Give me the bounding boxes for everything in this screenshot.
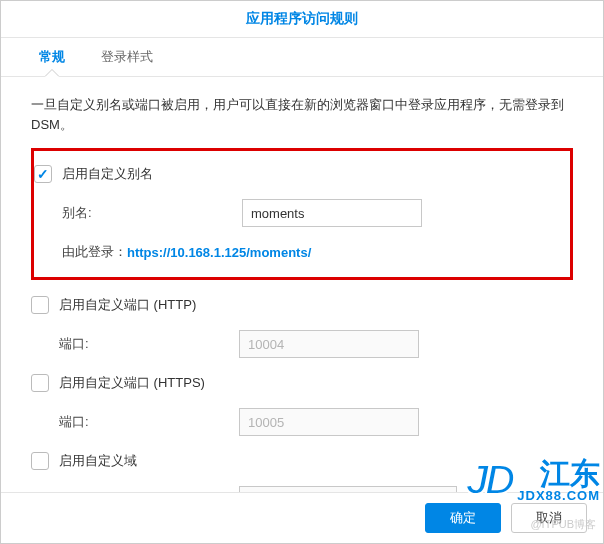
http-port-enable-label: 启用自定义端口 (HTTP) — [59, 296, 196, 314]
http-port-label: 端口: — [59, 335, 239, 353]
alias-input[interactable] — [242, 199, 422, 227]
http-port-checkbox[interactable] — [31, 296, 49, 314]
dialog-window: 应用程序访问规则 常规 登录样式 一旦自定义别名或端口被启用，用户可以直接在新的… — [0, 0, 604, 544]
highlight-box: 启用自定义别名 别名: 由此登录： https://10.168.1.125/m… — [31, 148, 573, 280]
domain-enable-label: 启用自定义域 — [59, 452, 137, 470]
cancel-button[interactable]: 取消 — [511, 503, 587, 533]
tab-login-style[interactable]: 登录样式 — [83, 38, 171, 76]
ok-button[interactable]: 确定 — [425, 503, 501, 533]
tab-bar: 常规 登录样式 — [1, 38, 603, 77]
alias-checkbox[interactable] — [34, 165, 52, 183]
https-port-checkbox[interactable] — [31, 374, 49, 392]
http-port-input — [239, 330, 419, 358]
domain-checkbox[interactable] — [31, 452, 49, 470]
dialog-footer: 确定 取消 — [1, 492, 603, 543]
tab-general[interactable]: 常规 — [21, 38, 83, 76]
https-port-enable-label: 启用自定义端口 (HTTPS) — [59, 374, 205, 392]
alias-login-label: 由此登录： — [62, 243, 127, 261]
alias-label: 别名: — [62, 204, 242, 222]
dialog-content: 一旦自定义别名或端口被启用，用户可以直接在新的浏览器窗口中登录应用程序，无需登录… — [1, 77, 603, 492]
intro-text: 一旦自定义别名或端口被启用，用户可以直接在新的浏览器窗口中登录应用程序，无需登录… — [31, 95, 573, 134]
https-port-input — [239, 408, 419, 436]
dialog-title: 应用程序访问规则 — [1, 1, 603, 38]
alias-login-link[interactable]: https://10.168.1.125/moments/ — [127, 245, 311, 260]
https-port-label: 端口: — [59, 413, 239, 431]
alias-enable-label: 启用自定义别名 — [62, 165, 153, 183]
